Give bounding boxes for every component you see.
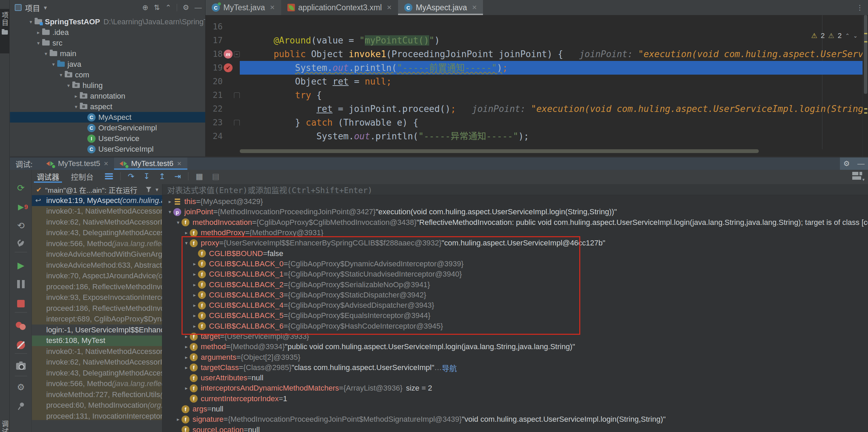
evaluate-expression-bar[interactable]: 对表达式求值(Enter)或添加监视(Ctrl+Shift+Enter) <box>162 184 868 195</box>
frame-row[interactable]: proceed:131, InvocationInterceptorChain <box>32 411 162 420</box>
tree-item-myaspect[interactable]: CMyAspect <box>10 112 205 123</box>
tree-item-src[interactable]: ▾src <box>10 38 205 48</box>
code-line-18[interactable]: 18m− public Object invoke1(ProceedingJoi… <box>206 47 868 61</box>
variable-methodinvocation[interactable]: ▾fmethodInvocation = {CglibAopProxy$Cgli… <box>162 217 868 228</box>
tree-item-userservice[interactable]: IUserService <box>10 133 205 144</box>
resume-program-icon[interactable]: ▶ <box>10 261 32 270</box>
mute-breakpoints-icon[interactable] <box>10 341 32 349</box>
tree-item--idea[interactable]: ▸.idea <box>10 27 205 38</box>
debug-tab-mytest-test5[interactable]: MyTest.test5✕ <box>41 157 114 170</box>
variable-this[interactable]: ▸this = {MyAspect@3429} <box>162 196 868 207</box>
collapse-all-icon[interactable]: ⌃ <box>165 3 172 12</box>
variable-signature[interactable]: ▸fsignature = {MethodInvocationProceedin… <box>162 414 868 424</box>
rerun-failed-tests-icon[interactable]: ▶9 <box>10 203 32 212</box>
frame-row[interactable]: ↩invoke1:19, MyAspect (com.huling.aspec <box>32 195 162 206</box>
code-line-20[interactable]: 20 Object ret = null; <box>206 75 868 88</box>
project-panel-title[interactable]: 项目 <box>25 2 40 13</box>
debug-tab-mytest-test6[interactable]: MyTest.test6✕ <box>114 157 187 170</box>
stop-icon[interactable] <box>10 300 32 307</box>
settings-icon[interactable]: ⚙ <box>183 3 189 12</box>
view-breakpoints-icon[interactable] <box>10 322 32 330</box>
rerun-debug-icon[interactable]: ⟳ <box>10 183 32 192</box>
code-line-24[interactable]: 24 System.out.println("-----异常通知-----"); <box>206 129 868 143</box>
tab--[interactable]: 调试器 <box>32 170 64 183</box>
editor-scrollbar[interactable] <box>863 15 868 157</box>
locate-file-icon[interactable]: ⊕ <box>142 3 148 12</box>
variable-arguments[interactable]: ▸farguments = {Object[2]@3935} <box>162 352 868 362</box>
step-out-icon[interactable]: ↥ <box>159 172 165 181</box>
frame-row[interactable]: invokeMethod:727, ReflectionUtils (org.j… <box>32 389 162 400</box>
frame-row[interactable]: invoke:566, Method (java.lang.reflect) <box>32 379 162 390</box>
code-line-19[interactable]: 19✔ System.out.println("-----前置通知-----")… <box>206 61 868 75</box>
tree-item-userserviceimpl[interactable]: CUserServiceImpl <box>10 144 205 154</box>
next-issue-icon[interactable]: ⌄ <box>853 33 858 39</box>
layout-options-icon[interactable] <box>105 173 113 179</box>
frame-row[interactable]: invoke:62, NativeMethodAccessorImpl (ja <box>32 217 162 228</box>
variable-method[interactable]: ▸fmethod = {Method@3934} "public void co… <box>162 342 868 352</box>
code-line-23[interactable]: 23 } catch (Throwable e) { <box>206 116 868 129</box>
code-line-16[interactable]: 16 <box>206 20 868 34</box>
tree-item-main[interactable]: ▾main <box>10 48 205 59</box>
inspection-widget[interactable]: ⚠2 ⚠2 ⌃ ⌄ <box>811 31 858 40</box>
reload-changed-classes-icon[interactable]: ⟲ <box>10 221 32 230</box>
tree-item-aspect[interactable]: ▾aspect <box>10 101 205 112</box>
run-to-cursor-icon[interactable]: ⇥ <box>174 172 181 181</box>
step-into-icon[interactable]: ↧ <box>143 172 150 181</box>
frame-row[interactable]: invokeAdviceMethod:633, AbstractAspec <box>32 260 162 271</box>
variable-sourcelocation[interactable]: fsourceLocation = null <box>162 425 868 432</box>
modify-run-configuration-icon[interactable] <box>10 240 32 248</box>
fold-region-icon[interactable] <box>234 120 240 126</box>
frame-row[interactable]: invoke:62, NativeMethodAccessorImpl (ja <box>32 357 162 368</box>
frame-row[interactable]: invoke:70, AspectJAroundAdvice (org.spr <box>32 271 162 282</box>
editor-tab-mytest-java[interactable]: CMyTest.java✕ <box>206 0 281 15</box>
editor-tab-myaspect-java[interactable]: CMyAspect.java✕ <box>398 0 483 15</box>
hide-panel-icon[interactable]: — <box>195 3 202 12</box>
variable-targetclass[interactable]: ▸ftargetClass = {Class@2985} "class com.… <box>162 363 868 373</box>
prev-issue-icon[interactable]: ⌃ <box>845 33 850 39</box>
frame-row[interactable]: proceed:186, ReflectiveMethodInvocatio <box>32 303 162 314</box>
variable-joinpoint[interactable]: ▾pjoinPoint = {MethodInvocationProceedin… <box>162 207 868 217</box>
horizontal-scrollbar[interactable] <box>240 149 759 153</box>
tab-options-icon[interactable]: ⋮ <box>856 3 863 12</box>
thread-dump-icon[interactable] <box>10 363 32 370</box>
tree-item-orderserviceimpl[interactable]: COrderServiceImpl <box>10 123 205 133</box>
frame-row[interactable]: invoke:43, DelegatingMethodAccessorIm <box>32 228 162 239</box>
frame-row[interactable]: proceed:186, ReflectiveMethodInvocatio <box>32 281 162 292</box>
settings-icon[interactable]: ⚙ <box>843 160 850 168</box>
frame-row[interactable]: invoke:93, ExposeInvocationInterceptor ( <box>32 292 162 303</box>
pause-program-icon[interactable] <box>10 280 32 288</box>
step-over-icon[interactable]: ↷ <box>128 172 134 181</box>
variable-interceptorsanddynamicmethodmatchers[interactable]: ▸finterceptorsAndDynamicMethodMatchers =… <box>162 383 868 393</box>
expand-all-icon[interactable]: ⇅ <box>154 3 160 12</box>
code-line-17[interactable]: 17 @Around(value = "myPointCut()") <box>206 34 868 47</box>
project-stripe-tab[interactable]: 项目 <box>0 9 10 53</box>
variable-userattributes[interactable]: fuserAttributes = null <box>162 373 868 383</box>
tree-item-springtestaop[interactable]: ▾SpringTestAOPD:\Learning\JavaLearn\Spri… <box>10 16 205 27</box>
code-line-22[interactable]: 22 ret = joinPoint.proceed(); joinPoint:… <box>206 102 868 116</box>
frame-row[interactable]: login:-1, UserServiceImpl$$EnhancerBySp <box>32 325 162 335</box>
tree-item-java[interactable]: ▾java <box>10 59 205 69</box>
variable-args[interactable]: fargs = null <box>162 404 868 414</box>
editor-tab-applicationcontext3-xml[interactable]: applicationContext3.xml✕ <box>281 0 398 15</box>
chevron-down-icon[interactable]: ▼ <box>154 187 159 192</box>
trace-settings-icon[interactable]: ▤ <box>212 172 220 181</box>
thread-selector[interactable]: ✔ "main"@1 在...ain": 正在运行 ▼ <box>32 184 162 195</box>
filter-funnel-icon[interactable] <box>146 187 152 193</box>
tree-item-annotation[interactable]: ▸annotation <box>10 91 205 101</box>
frame-row[interactable]: invoke:566, Method (java.lang.reflect) <box>32 238 162 249</box>
frame-row[interactable]: invoke:43, DelegatingMethodAccessorIm <box>32 368 162 379</box>
chevron-down-icon[interactable]: ▼ <box>43 5 48 11</box>
frame-row[interactable]: intercept:689, CglibAopProxy$DynamicA <box>32 314 162 325</box>
frame-row[interactable]: invoke0:-1, NativeMethodAccessorImpl ( <box>32 206 162 217</box>
advice-method-icon[interactable]: m <box>224 50 233 59</box>
value-link[interactable]: 导航 <box>442 363 457 373</box>
frame-row[interactable]: invoke0:-1, NativeMethodAccessorImpl ( <box>32 346 162 357</box>
frame-row[interactable]: invokeAdviceMethodWithGivenArgs:644, <box>32 249 162 260</box>
hide-icon[interactable]: — <box>857 160 865 168</box>
evaluate-expression-icon[interactable]: ▦ <box>196 172 203 181</box>
debug-stripe-tab[interactable]: 调试 <box>0 420 10 432</box>
fold-minus-icon[interactable]: − <box>234 51 240 57</box>
pin-tab-icon[interactable] <box>10 402 32 410</box>
restore-layout-icon[interactable]: ▾ <box>852 172 863 180</box>
frame-row[interactable]: proceed:60, MethodInvocation (org.junit. <box>32 400 162 411</box>
